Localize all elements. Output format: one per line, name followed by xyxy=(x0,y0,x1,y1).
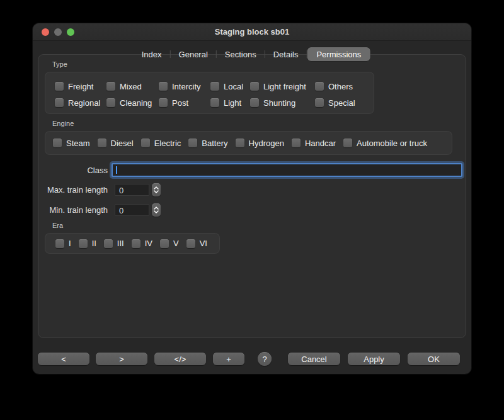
checkbox-icon xyxy=(315,98,324,107)
class-input[interactable] xyxy=(113,164,461,176)
max-train-length-stepper[interactable] xyxy=(152,183,161,196)
checkbox-era-ii[interactable]: II xyxy=(79,239,96,248)
checkbox-shunting[interactable]: Shunting xyxy=(250,98,315,108)
tab-sections[interactable]: Sections xyxy=(217,47,265,61)
checkbox-post[interactable]: Post xyxy=(159,98,210,108)
prev-button[interactable]: < xyxy=(38,353,89,365)
checkbox-steam[interactable]: Steam xyxy=(53,139,90,148)
checkbox-icon xyxy=(104,239,113,248)
checkbox-label: Automobile or truck xyxy=(357,139,427,148)
checkbox-icon xyxy=(106,82,115,91)
help-button[interactable]: ? xyxy=(258,352,272,366)
checkbox-icon xyxy=(159,82,168,91)
checkbox-intercity[interactable]: Intercity xyxy=(159,82,210,91)
checkbox-icon xyxy=(98,139,106,147)
checkbox-cleaning[interactable]: Cleaning xyxy=(106,98,159,108)
checkbox-label: Steam xyxy=(66,139,90,148)
ok-button[interactable]: OK xyxy=(408,353,460,365)
checkbox-icon xyxy=(210,82,219,91)
add-button[interactable]: + xyxy=(213,353,244,365)
checkbox-regional[interactable]: Regional xyxy=(55,98,106,108)
checkbox-icon xyxy=(106,98,115,107)
checkbox-icon xyxy=(79,239,88,248)
checkbox-others[interactable]: Others xyxy=(315,82,353,91)
checkbox-handcar[interactable]: Handcar xyxy=(292,139,336,148)
checkbox-light[interactable]: Light xyxy=(210,98,250,108)
checkbox-icon xyxy=(160,239,169,248)
checkbox-icon xyxy=(343,139,352,147)
engine-group: Steam Diesel Electric Battery Hydrogen H… xyxy=(45,131,452,155)
staging-block-dialog: Staging block sb01 Index General Section… xyxy=(33,23,471,374)
checkbox-icon xyxy=(250,82,259,91)
close-button[interactable] xyxy=(42,28,49,36)
era-group-label: Era xyxy=(52,222,63,229)
checkbox-label: V xyxy=(173,239,179,248)
checkbox-local[interactable]: Local xyxy=(210,82,250,91)
chevron-up-icon xyxy=(154,186,159,190)
checkbox-era-iii[interactable]: III xyxy=(104,239,124,248)
next-button[interactable]: > xyxy=(96,353,147,365)
checkbox-battery[interactable]: Battery xyxy=(188,139,227,148)
checkbox-icon xyxy=(159,98,168,107)
checkbox-label: II xyxy=(92,239,96,248)
checkbox-special[interactable]: Special xyxy=(315,98,355,108)
checkbox-era-i[interactable]: I xyxy=(55,239,71,248)
checkbox-label: Cleaning xyxy=(120,98,152,108)
minimize-button xyxy=(54,28,62,36)
checkbox-automobile-or-truck[interactable]: Automobile or truck xyxy=(343,139,427,148)
checkbox-light-freight[interactable]: Light freight xyxy=(250,82,315,91)
checkbox-icon xyxy=(53,139,62,147)
checkbox-label: Post xyxy=(172,98,188,108)
checkbox-label: Others xyxy=(328,82,353,91)
tab-general[interactable]: General xyxy=(171,47,216,61)
cancel-button[interactable]: Cancel xyxy=(288,353,340,365)
checkbox-label: Hydrogen xyxy=(249,139,284,148)
checkbox-hydrogen[interactable]: Hydrogen xyxy=(236,139,284,148)
era-group: I II III IV V VI xyxy=(45,233,220,254)
zoom-button[interactable] xyxy=(67,28,74,36)
type-row-2: Regional Cleaning Post Light Shunting Sp… xyxy=(45,94,374,111)
footer-button-bar: < > </> + ? Cancel Apply OK xyxy=(38,352,466,366)
traffic-lights xyxy=(42,23,74,41)
min-train-length-label: Min. train length xyxy=(38,205,108,215)
min-train-length-stepper[interactable] xyxy=(152,203,161,217)
checkbox-label: Intercity xyxy=(172,82,201,91)
max-train-length-input[interactable] xyxy=(115,185,149,196)
checkbox-era-v[interactable]: V xyxy=(160,239,179,248)
checkbox-label: Special xyxy=(328,98,355,108)
checkbox-label: Local xyxy=(224,82,243,91)
checkbox-label: Mixed xyxy=(120,82,142,91)
engine-group-label: Engine xyxy=(52,120,74,127)
checkbox-label: Shunting xyxy=(263,98,295,108)
max-train-length-field xyxy=(115,184,149,196)
checkbox-label: Battery xyxy=(202,139,227,148)
code-button[interactable]: </> xyxy=(154,353,206,365)
min-train-length-field xyxy=(115,204,149,216)
class-field-wrapper xyxy=(112,163,462,177)
tab-permissions[interactable]: Permissions xyxy=(307,47,370,61)
checkbox-label: Electric xyxy=(154,139,181,148)
checkbox-icon xyxy=(55,82,64,91)
checkbox-icon xyxy=(141,139,150,147)
tab-index[interactable]: Index xyxy=(134,47,170,61)
checkbox-icon xyxy=(315,82,324,91)
window-title: Staging block sb01 xyxy=(215,27,289,37)
checkbox-mixed[interactable]: Mixed xyxy=(106,82,159,91)
checkbox-freight[interactable]: Freight xyxy=(55,82,106,91)
apply-button[interactable]: Apply xyxy=(348,353,400,365)
tab-details[interactable]: Details xyxy=(265,47,307,61)
checkbox-icon xyxy=(188,139,197,147)
checkbox-icon xyxy=(236,139,244,147)
min-train-length-input[interactable] xyxy=(115,205,149,216)
checkbox-electric[interactable]: Electric xyxy=(141,139,181,148)
titlebar[interactable]: Staging block sb01 xyxy=(33,23,471,41)
checkbox-era-vi[interactable]: VI xyxy=(186,239,207,248)
checkbox-diesel[interactable]: Diesel xyxy=(98,139,134,148)
checkbox-icon xyxy=(55,98,64,107)
checkbox-icon xyxy=(292,139,301,147)
type-row-1: Freight Mixed Intercity Local Light frei… xyxy=(45,78,374,94)
checkbox-label: Light freight xyxy=(263,82,306,91)
max-train-length-label: Max. train length xyxy=(38,185,108,195)
checkbox-label: Regional xyxy=(68,98,100,108)
checkbox-era-iv[interactable]: IV xyxy=(132,239,152,248)
